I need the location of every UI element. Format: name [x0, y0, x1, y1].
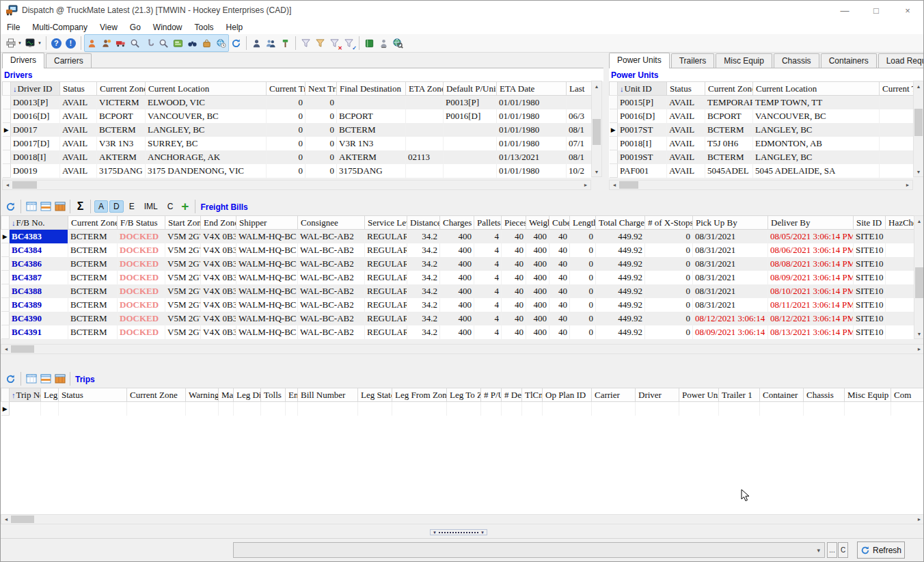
print-button[interactable]	[3, 36, 18, 51]
grid-detail-view-icon[interactable]	[38, 371, 53, 386]
freight-column-header[interactable]: Consignee	[298, 216, 365, 230]
trips-column-header[interactable]: Leg From Zone	[392, 388, 447, 402]
driver-icon[interactable]	[85, 36, 99, 51]
trips-column-header[interactable]: Carrier	[592, 388, 636, 402]
freight-column-header[interactable]: Cube	[549, 216, 570, 230]
trips-column-header[interactable]: # Del	[502, 388, 522, 402]
power-unit-row[interactable]: ▶ P0017ST AVAIL BCTERM LANGLEY, BC	[610, 123, 914, 137]
freight-view-button[interactable]: D	[109, 200, 124, 213]
freight-column-header[interactable]: ↓F/B No.	[10, 216, 68, 230]
freight-column-header[interactable]: Distance	[407, 216, 440, 230]
truck-icon[interactable]	[113, 36, 128, 51]
user-statue-icon[interactable]	[377, 36, 391, 51]
trips-column-header[interactable]: Chassis	[804, 388, 845, 402]
freight-column-header[interactable]: Pick Up By	[693, 216, 768, 230]
freight-bill-row[interactable]: BC4387 BCTERM DOCKED V5M 2G7 V4X 0B3 WAL…	[1, 271, 914, 284]
menu-item[interactable]: Multi-Company	[26, 21, 94, 34]
trips-column-header[interactable]: Warnings	[186, 388, 219, 402]
freight-column-header[interactable]: Total Charges	[596, 216, 645, 230]
filter-clear-icon[interactable]: ✕	[327, 36, 342, 51]
power-unit-row[interactable]: PAF001 AVAIL 5045ADEL 5045 ADELAIDE, SA	[610, 164, 914, 178]
maximize-button[interactable]: □	[860, 1, 892, 20]
freight-view-button[interactable]: C	[163, 200, 178, 213]
drivers-column-header[interactable]: Status	[60, 82, 97, 96]
tab-drivers-carriers[interactable]: Carriers	[46, 53, 92, 68]
freight-view-button[interactable]: A	[94, 200, 108, 213]
drivers-row[interactable]: ▶ D0017 AVAIL BCTERM LANGLEY, BC 0 0 BCT…	[3, 123, 592, 137]
menu-item[interactable]: Window	[147, 21, 189, 34]
scroll-right-arrow[interactable]: ►	[581, 180, 590, 189]
power-column-header[interactable]: Current Location	[753, 82, 880, 96]
container-search-icon[interactable]	[157, 36, 171, 51]
freight-column-header[interactable]: Start Zone	[165, 216, 201, 230]
more-button[interactable]: ...	[827, 542, 837, 558]
tab-equipment[interactable]: Containers	[821, 53, 877, 68]
trips-column-header[interactable]: Bill Number	[298, 388, 358, 402]
tab-equipment[interactable]: Load Request	[878, 53, 924, 68]
freight-column-header[interactable]: Shipper	[236, 216, 298, 230]
freight-column-header[interactable]: Pieces	[502, 216, 526, 230]
scroll-down-arrow[interactable]: ▼	[914, 329, 924, 338]
bag-icon[interactable]	[200, 36, 214, 51]
tab-equipment[interactable]: Chassis	[774, 53, 819, 68]
binoculars-icon[interactable]	[185, 36, 200, 51]
trips-column-header[interactable]: Com	[891, 388, 924, 402]
trips-column-header[interactable]: Leg To Zone	[447, 388, 481, 402]
terminal-button[interactable]	[23, 36, 38, 51]
personnel-icon[interactable]	[264, 36, 278, 51]
tab-drivers-carriers[interactable]: Drivers	[2, 53, 44, 68]
power-column-header[interactable]: Current Tr	[880, 82, 914, 96]
grid-summary-view-icon[interactable]	[53, 371, 67, 386]
rate-card-icon[interactable]	[171, 36, 185, 51]
grid-summary-view-icon[interactable]	[53, 199, 67, 214]
freight-bill-row[interactable]: BC4384 BCTERM DOCKED V5M 2G7 V4X 0B3 WAL…	[1, 243, 914, 257]
scroll-down-arrow[interactable]: ▼	[914, 167, 923, 176]
drivers-row[interactable]: D0016[D] AVAIL BCPORT VANCOUVER, BC 0 0 …	[3, 109, 592, 123]
freight-column-header[interactable]: Current Zone	[68, 216, 118, 230]
trips-column-header[interactable]: Trailer 1	[719, 388, 760, 402]
freight-bill-row[interactable]: BC4386 BCTERM DOCKED V5M 2G7 V4X 0B3 WAL…	[1, 257, 914, 271]
trips-column-header[interactable]: Power Unit	[679, 388, 719, 402]
freight-column-header[interactable]: Charges	[440, 216, 474, 230]
sum-button[interactable]: Σ	[73, 199, 87, 214]
drivers-row[interactable]: D0018[I] AVAIL AKTERM ANCHORAGE, AK 0 0 …	[3, 150, 592, 164]
freight-column-header[interactable]: End Zone	[201, 216, 236, 230]
power-unit-row[interactable]: P0015[P] AVAIL TEMPORAR TEMP TOWN, TT	[610, 96, 914, 109]
refresh-icon[interactable]	[229, 36, 243, 51]
hook-icon[interactable]	[142, 36, 157, 51]
refresh-button[interactable]: Refresh	[857, 541, 905, 559]
scroll-thumb[interactable]	[619, 181, 638, 189]
trips-column-header[interactable]: Status	[59, 388, 127, 402]
freight-column-header[interactable]: F/B Status	[118, 216, 165, 230]
freight-column-header[interactable]: Site ID	[854, 216, 886, 230]
power-unit-row[interactable]: P0019ST AVAIL BCTERM LANGLEY, BC	[610, 150, 914, 164]
add-freight-bill-button[interactable]: +	[178, 199, 192, 214]
drivers-horizontal-scrollbar[interactable]: ◄ ►	[2, 180, 591, 190]
freight-view-button[interactable]: IML	[140, 200, 162, 213]
filter-confirm-icon[interactable]: ✓	[342, 36, 356, 51]
trips-column-header[interactable]: Leg Dist	[234, 388, 261, 402]
drivers-column-header[interactable]: ETA Date	[497, 82, 567, 96]
trips-column-header[interactable]: En	[286, 388, 298, 402]
menu-item[interactable]: Tools	[189, 21, 220, 34]
trailer-search-icon[interactable]	[128, 36, 142, 51]
freight-column-header[interactable]: Deliver By	[768, 216, 854, 230]
freight-vertical-scrollbar[interactable]: ▲ ▼	[914, 215, 924, 339]
filter-icon[interactable]	[299, 36, 313, 51]
drivers-column-header[interactable]: Current Trip	[267, 82, 305, 96]
scroll-up-arrow[interactable]: ▲	[592, 81, 601, 91]
scroll-thumb[interactable]	[914, 109, 923, 136]
close-button[interactable]: ×	[892, 1, 923, 20]
scroll-thumb[interactable]	[12, 181, 37, 189]
freight-bill-row[interactable]: BC4388 BCTERM DOCKED V5M 2G7 V4X 0B3 WAL…	[1, 284, 914, 298]
trips-column-header[interactable]: Op Plan ID	[543, 388, 592, 402]
menu-item[interactable]: View	[94, 21, 124, 34]
trips-empty-row[interactable]: ▶	[1, 402, 924, 416]
freight-bill-row[interactable]: BC4389 BCTERM DOCKED V5M 2G7 V4X 0B3 WAL…	[1, 298, 914, 312]
freight-view-button[interactable]: E	[125, 200, 139, 213]
freight-column-header[interactable]: # of X-Stops	[645, 216, 693, 230]
scroll-left-arrow[interactable]: ◄	[3, 180, 12, 189]
log-book-icon[interactable]	[362, 36, 377, 51]
drivers-column-header[interactable]: ETA Zone	[406, 82, 444, 96]
trips-column-header[interactable]: TlCnt	[522, 388, 543, 402]
